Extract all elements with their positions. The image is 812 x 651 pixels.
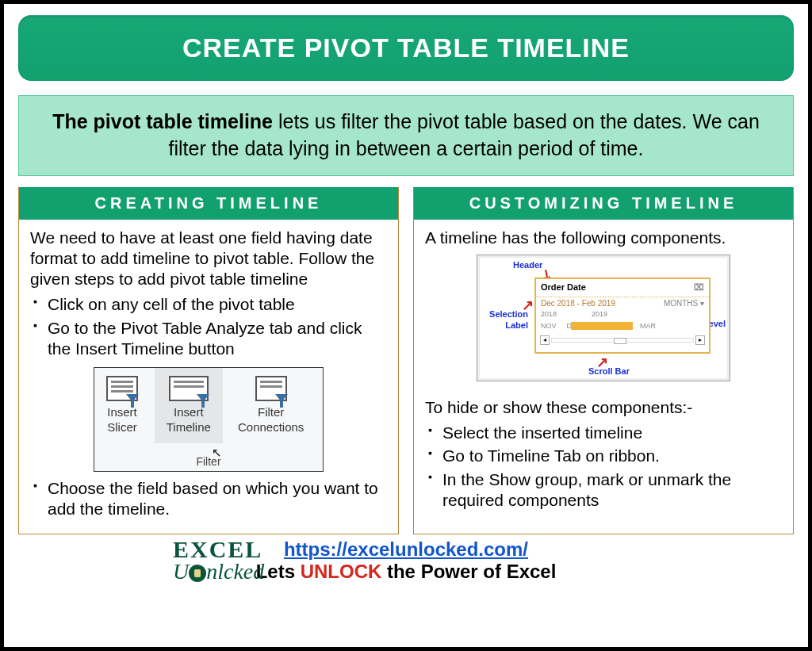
scroll-left-button[interactable]: ◂ (540, 335, 550, 345)
slicer-icon (106, 376, 138, 401)
customizing-body: A timeline has the following components.… (414, 220, 793, 525)
timeline-range: Dec 2018 - Feb 2019 (541, 299, 615, 309)
creating-head: CREATING TIMELINE (19, 187, 398, 220)
insert-timeline-line1: Insert (174, 405, 204, 419)
timeline-header-text: Order Date (541, 282, 586, 293)
ribbon-screenshot: Insert Slicer Insert Timeline Filter Con… (94, 367, 324, 472)
columns: CREATING TIMELINE We need to have at lea… (18, 187, 794, 534)
filter-connections-button[interactable]: Filter Connections (228, 368, 315, 443)
customize-step-2: Go to Timeline Tab on ribbon. (425, 446, 782, 466)
connections-icon (255, 376, 287, 401)
timeline-months[interactable]: NOV DEC JAN FEB MAR (536, 319, 709, 333)
customizing-para: A timeline has the following components. (425, 228, 782, 248)
brand-logo: EXCEL Unlcked (173, 540, 331, 584)
intro-band: The pivot table timeline lets us filter … (18, 95, 794, 176)
filter-conn-line2: Connections (238, 420, 304, 434)
timeline-icon (169, 376, 209, 401)
customizing-column: CUSTOMIZING TIMELINE A timeline has the … (413, 187, 794, 534)
tag-post: the Power of Excel (381, 561, 556, 582)
timeline-screenshot: Header ↘ Selection Label ↗ Timelevel ↗ S… (477, 255, 730, 381)
ribbon-group-label: Filter (94, 455, 323, 469)
arrow-scrollbar-icon: ↗ (596, 358, 608, 366)
creating-body: We need to have at least one field havin… (19, 220, 398, 534)
arrow-selection-icon: ↗ (522, 301, 534, 309)
creating-para: We need to have at least one field havin… (30, 228, 387, 290)
lock-icon (189, 565, 206, 582)
footer: EXCEL Unlcked https://excelunlocked.com/… (18, 538, 794, 583)
creating-step-2: Go to the Pivot Table Analyze tab and cl… (30, 318, 387, 360)
logo-line2: Unlcked (173, 559, 331, 584)
creating-list-2: Choose the field based on which you want… (30, 478, 387, 520)
creating-step-3: Choose the field based on which you want… (30, 478, 387, 520)
insert-slicer-line2: Slicer (107, 420, 137, 434)
clear-filter-icon[interactable]: ⌧ (694, 282, 704, 293)
customize-step-3: In the Show group, mark or unmark the re… (425, 469, 782, 511)
year-2018: 2018 (541, 310, 557, 319)
month-nov: NOV (541, 322, 557, 331)
insert-slicer-button[interactable]: Insert Slicer (94, 368, 150, 443)
page-title-band: CREATE PIVOT TABLE TIMELINE (18, 15, 794, 81)
creating-column: CREATING TIMELINE We need to have at lea… (18, 187, 399, 534)
creating-step-1: Click on any cell of the pivot table (30, 294, 387, 315)
scroll-track[interactable] (551, 338, 694, 343)
scroll-right-button[interactable]: ▸ (695, 335, 705, 345)
creating-list: Click on any cell of the pivot table Go … (30, 294, 387, 359)
insert-timeline-button[interactable]: Insert Timeline (155, 368, 223, 443)
customizing-list: Select the inserted timeline Go to Timel… (425, 423, 782, 511)
timeline-scrollbar[interactable]: ◂ ▸ (540, 335, 705, 345)
scroll-thumb[interactable] (614, 338, 626, 344)
tagline: Lets UNLOCK the Power of Excel (18, 561, 794, 583)
label-header: Header (513, 260, 542, 271)
logo-line2-rest: nlcked (206, 559, 264, 584)
page-frame: CREATE PIVOT TABLE TIMELINE The pivot ta… (0, 0, 812, 651)
timeline-years: 2018 2019 (536, 310, 709, 319)
page-title: CREATE PIVOT TABLE TIMELINE (182, 33, 630, 63)
year-2019: 2019 (592, 310, 607, 319)
customize-step-1: Select the inserted timeline (425, 423, 782, 443)
timeline-range-row: Dec 2018 - Feb 2019 MONTHS ▾ (536, 297, 709, 311)
customizing-head: CUSTOMIZING TIMELINE (414, 187, 793, 220)
timeline-selection-bar[interactable] (571, 322, 633, 330)
intro-bold: The pivot table timeline (52, 110, 273, 132)
insert-timeline-line2: Timeline (167, 420, 211, 434)
month-mar: MAR (640, 322, 656, 331)
timeline-control[interactable]: Order Date ⌧ Dec 2018 - Feb 2019 MONTHS … (534, 278, 710, 354)
logo-line1: EXCEL (173, 540, 331, 559)
label-scrollbar: Scroll Bar (588, 366, 630, 377)
customizing-para2: To hide or show these components:- (425, 397, 782, 418)
timeline-header: Order Date ⌧ (536, 279, 709, 297)
timeline-level-dropdown[interactable]: MONTHS ▾ (664, 299, 704, 309)
